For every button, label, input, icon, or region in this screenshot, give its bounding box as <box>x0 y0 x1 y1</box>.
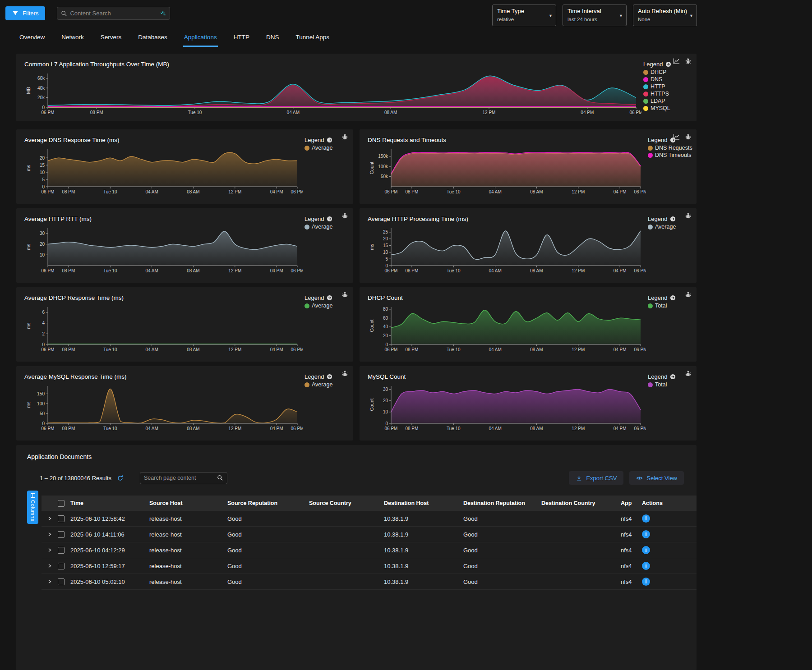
mysql-count-chart[interactable]: 010203006 PM08 PMTue 1004 AM08 AM12 PM04… <box>368 382 646 432</box>
legend-item-average[interactable]: Average <box>304 381 351 388</box>
svg-text:08 PM: 08 PM <box>405 189 418 194</box>
tab-dns[interactable]: DNS <box>265 30 280 47</box>
line-chart-icon[interactable] <box>673 58 680 64</box>
panel-dns-requests-timeouts: DNS Requests and Timeouts 50k100k150k06 … <box>360 129 697 204</box>
column-header-destination-country[interactable]: Destination Country <box>541 496 621 511</box>
bug-icon[interactable] <box>341 291 348 298</box>
avg-dhcp-response-chart[interactable]: 024606 PM08 PMTue 1004 AM08 AM12 PM04 PM… <box>24 303 303 353</box>
legend-item-average[interactable]: Average <box>304 224 351 230</box>
export-csv-button[interactable]: Export CSV <box>569 471 623 485</box>
tab-databases[interactable]: Databases <box>137 30 168 47</box>
legend-item-mysql[interactable]: MYSQL <box>643 105 695 111</box>
bug-icon[interactable] <box>685 291 692 298</box>
line-chart-icon[interactable] <box>673 133 680 140</box>
cell-destination_country <box>541 527 621 542</box>
legend-item-ldap[interactable]: LDAP <box>643 98 695 104</box>
row-info-icon[interactable]: i <box>642 578 650 586</box>
bug-icon[interactable] <box>341 133 348 140</box>
legend-color-dot <box>643 92 648 96</box>
l7-throughput-chart[interactable]: 020k40k60k06 PM08 PMTue 1004 AM08 AM12 P… <box>24 69 641 116</box>
legend-color-dot <box>643 84 648 89</box>
bug-icon[interactable] <box>685 133 692 140</box>
page-search-input[interactable] <box>144 475 217 481</box>
column-header-source-country[interactable]: Source Country <box>309 496 384 511</box>
tab-applications[interactable]: Applications <box>183 30 218 47</box>
svg-text:08 AM: 08 AM <box>530 189 543 194</box>
column-header-destination-host[interactable]: Destination Host <box>384 496 463 511</box>
avg-http-processing-chart[interactable]: 051015202506 PM08 PMTue 1004 AM08 AM12 P… <box>368 224 646 275</box>
tab-http[interactable]: HTTP <box>233 30 250 47</box>
row-checkbox[interactable] <box>58 563 65 569</box>
checkbox-cell <box>58 542 70 558</box>
cell-destination_reputation: Good <box>463 511 541 527</box>
column-header-actions[interactable]: Actions <box>642 496 697 511</box>
legend-item-average[interactable]: Average <box>648 224 695 230</box>
row-checkbox[interactable] <box>58 515 65 522</box>
legend-item-average[interactable]: Average <box>304 303 351 309</box>
row-info-icon[interactable]: i <box>642 514 650 523</box>
avg-http-rtt-chart[interactable]: 10203006 PM08 PMTue 1004 AM08 AM12 PM04 … <box>24 224 303 275</box>
row-expand-chevron[interactable] <box>47 547 52 553</box>
svg-text:06 PM: 06 PM <box>630 110 641 115</box>
legend-item-http[interactable]: HTTP <box>643 83 695 90</box>
filters-button[interactable]: Filters <box>5 6 45 20</box>
tab-overview[interactable]: Overview <box>18 30 46 47</box>
bug-icon[interactable] <box>685 212 692 219</box>
svg-text:ms: ms <box>369 244 374 250</box>
row-info-icon[interactable]: i <box>642 562 650 570</box>
avg-dns-response-chart[interactable]: 0510152006 PM08 PMTue 1004 AM08 AM12 PM0… <box>24 145 303 196</box>
legend-item-dns-requests[interactable]: DNS Requests <box>648 145 695 151</box>
legend-item-total[interactable]: Total <box>648 303 695 309</box>
column-header-app[interactable]: App <box>621 496 642 511</box>
columns-icon <box>30 493 36 498</box>
avg-mysql-response-chart[interactable]: 05010015006 PM08 PMTue 1004 AM08 AM12 PM… <box>24 382 303 432</box>
row-expand-chevron[interactable] <box>47 579 52 584</box>
chart-title: Average DHCP Response Time (ms) <box>24 294 303 301</box>
legend-item-total[interactable]: Total <box>648 381 695 388</box>
dhcp-count-chart[interactable]: 02040608006 PM08 PMTue 1004 AM08 AM12 PM… <box>368 303 646 353</box>
time-type-select[interactable]: Time Type relative ▼ <box>492 5 556 26</box>
legend-color-dot <box>648 153 653 158</box>
column-header-source-reputation[interactable]: Source Reputation <box>227 496 309 511</box>
row-info-icon[interactable]: i <box>642 546 650 554</box>
select-all-checkbox[interactable] <box>58 500 65 507</box>
row-checkbox[interactable] <box>58 547 65 554</box>
row-expand-chevron[interactable] <box>47 563 52 569</box>
columns-button[interactable]: Columns <box>27 491 38 524</box>
row-expand-chevron[interactable] <box>47 516 52 521</box>
legend-item-dns-timeouts[interactable]: DNS Timeouts <box>648 152 695 158</box>
actions-cell: i <box>642 558 697 574</box>
row-expand-chevron[interactable] <box>47 532 52 537</box>
row-checkbox[interactable] <box>58 531 65 538</box>
auto-refresh-select[interactable]: Auto Refresh (Min) None ▼ <box>633 5 697 26</box>
legend-heading: Legend <box>648 294 667 301</box>
legend-item-average[interactable]: Average <box>304 145 351 151</box>
legend-item-dns[interactable]: DNS <box>643 76 695 83</box>
svg-text:Tue 10: Tue 10 <box>103 426 117 431</box>
svg-text:0: 0 <box>385 342 388 347</box>
select-view-button[interactable]: Select View <box>629 471 684 485</box>
tab-network[interactable]: Network <box>60 30 85 47</box>
row-checkbox[interactable] <box>58 578 65 585</box>
bug-icon[interactable] <box>341 212 348 219</box>
svg-text:20: 20 <box>383 398 388 403</box>
tab-servers[interactable]: Servers <box>100 30 123 47</box>
time-interval-select[interactable]: Time Interval last 24 hours ▼ <box>563 5 627 26</box>
legend-item-https[interactable]: HTTPS <box>643 91 695 97</box>
svg-text:4: 4 <box>42 321 45 326</box>
content-search-input[interactable] <box>70 10 157 17</box>
svg-text:25: 25 <box>383 229 388 234</box>
dns-requests-chart[interactable]: 50k100k150k06 PM08 PMTue 1004 AM08 AM12 … <box>368 145 646 196</box>
column-header-destination-reputation[interactable]: Destination Reputation <box>463 496 541 511</box>
legend-item-dhcp[interactable]: DHCP <box>643 69 695 75</box>
row-info-icon[interactable]: i <box>642 530 650 538</box>
search-logo-icon[interactable] <box>159 10 166 17</box>
bug-icon[interactable] <box>341 370 348 377</box>
bug-icon[interactable] <box>685 58 692 64</box>
column-header-source-host[interactable]: Source Host <box>149 496 227 511</box>
refresh-icon[interactable] <box>117 475 124 482</box>
column-header-time[interactable]: Time <box>70 496 149 511</box>
tab-tunnel-apps[interactable]: Tunnel Apps <box>295 30 330 47</box>
bug-icon[interactable] <box>685 370 692 377</box>
legend-color-dot <box>648 303 653 308</box>
